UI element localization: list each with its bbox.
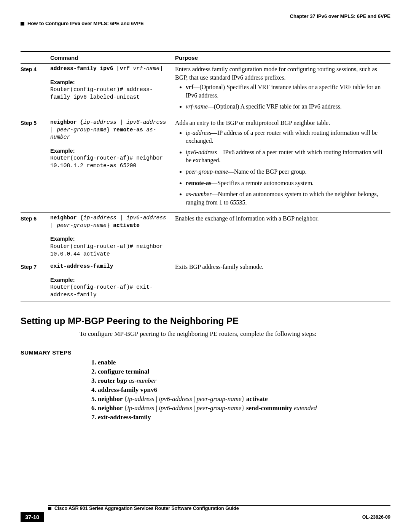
- example-code: Router(config-router)# address-family ip…: [50, 86, 172, 101]
- example-label: Example:: [50, 235, 172, 243]
- summary-steps-heading: SUMMARY STEPS: [21, 349, 390, 356]
- list-item: address-family vpnv6: [98, 386, 390, 394]
- list-item: configure terminal: [98, 368, 390, 375]
- example-label: Example:: [50, 79, 172, 86]
- chapter-title: Chapter 37 IPv6 over MPLS: 6PE and 6VPE: [21, 13, 390, 19]
- purpose-text: Adds an entry to the BGP or multiprotoco…: [175, 119, 387, 127]
- command-syntax: address-family ipv6 [vrf vrf-name]: [50, 65, 172, 73]
- purpose-text: Exits BGP address-family submode.: [175, 263, 387, 271]
- table-row: Step 7 exit-address-family Example: Rout…: [21, 261, 390, 302]
- page-header: Chapter 37 IPv6 over MPLS: 6PE and 6VPE …: [21, 13, 390, 28]
- footer-square-icon: [48, 507, 51, 510]
- example-label: Example:: [50, 147, 172, 155]
- guide-title: Cisco ASR 901 Series Aggregation Service…: [54, 506, 239, 511]
- table-row: Step 4 address-family ipv6 [vrf vrf-name…: [21, 64, 390, 117]
- col-header-command: Command: [50, 52, 175, 64]
- section-heading: Setting up MP-BGP Peering to the Neighbo…: [21, 316, 390, 326]
- list-item: neighbor {ip-address | ipv6-address | pe…: [98, 404, 390, 412]
- command-syntax: neighbor {ip-address | ipv6-address | pe…: [50, 214, 172, 229]
- example-code: Router(config-router-af)# neighbor 10.0.…: [50, 243, 172, 258]
- list-item: exit-address-family: [98, 414, 390, 421]
- list-item: as-number—Number of an autonomous system…: [186, 190, 387, 206]
- col-header-purpose: Purpose: [175, 52, 390, 64]
- header-square-icon: [21, 22, 24, 26]
- list-item: enable: [98, 359, 390, 366]
- table-row: Step 6 neighbor {ip-address | ipv6-addre…: [21, 213, 390, 261]
- page: Chapter 37 IPv6 over MPLS: 6PE and 6VPE …: [0, 0, 411, 532]
- summary-steps-list: enable configure terminal router bgp as-…: [87, 359, 390, 421]
- list-item: router bgp as-number: [98, 377, 390, 385]
- example-code: Router(config-router-af)# exit-address-f…: [50, 284, 172, 299]
- list-item: ip-address—IP address of a peer router w…: [186, 129, 387, 145]
- list-item: vrf-name—(Optional) A specific VRF table…: [186, 102, 387, 111]
- purpose-list: vrf—(Optional) Specifies all VRF instanc…: [175, 83, 387, 111]
- list-item: neighbor {ip-address | ipv6-address | pe…: [98, 395, 390, 403]
- command-syntax: exit-address-family: [50, 263, 172, 270]
- breadcrumb: How to Configure IPv6 over MPLS: 6PE and…: [27, 21, 144, 26]
- purpose-text: Enables the exchange of information with…: [175, 214, 387, 223]
- step-label: Step 7: [21, 264, 37, 270]
- col-header-step: [21, 52, 50, 64]
- list-item: vrf—(Optional) Specifies all VRF instanc…: [186, 83, 387, 99]
- command-table: Command Purpose Step 4 address-family ip…: [21, 51, 390, 302]
- purpose-list: ip-address—IP address of a peer router w…: [175, 129, 387, 207]
- doc-id: OL-23826-09: [362, 514, 390, 520]
- list-item: remote-as—Specifies a remote autonomous …: [186, 179, 387, 187]
- table-row: Step 5 neighbor {ip-address | ipv6-addre…: [21, 117, 390, 212]
- page-number: 37-10: [21, 512, 44, 522]
- list-item: ipv6-address—IPv6 address of a peer rout…: [186, 148, 387, 165]
- example-label: Example:: [50, 276, 172, 284]
- page-footer: Cisco ASR 901 Series Aggregation Service…: [21, 505, 390, 522]
- command-syntax: neighbor {ip-address | ipv6-address | pe…: [50, 119, 172, 141]
- purpose-text: Enters address family configuration mode…: [175, 65, 387, 81]
- table-header-row: Command Purpose: [21, 52, 390, 64]
- section-intro: To configure MP-BGP peering to the neigh…: [80, 330, 390, 338]
- main-content: Command Purpose Step 4 address-family ip…: [21, 51, 390, 421]
- list-item: peer-group-name—Name of the BGP peer gro…: [186, 168, 387, 176]
- step-label: Step 6: [21, 216, 37, 222]
- step-label: Step 4: [21, 66, 37, 72]
- header-divider: [21, 28, 390, 28]
- step-label: Step 5: [21, 120, 37, 126]
- example-code: Router(config-router-af)# neighbor 10.10…: [50, 155, 172, 169]
